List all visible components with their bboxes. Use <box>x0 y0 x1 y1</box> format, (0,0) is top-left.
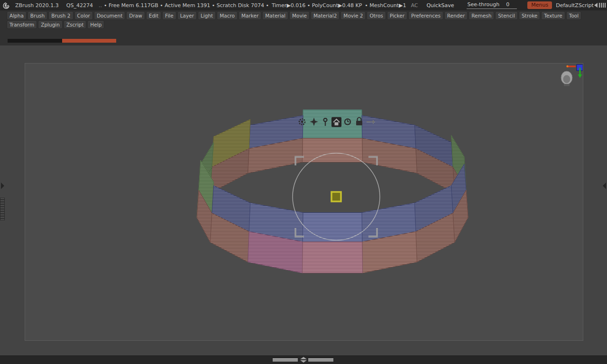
menu-file[interactable]: File <box>162 11 176 20</box>
menu-otros[interactable]: Otros <box>367 11 386 20</box>
menu-picker[interactable]: Picker <box>387 11 407 20</box>
memory-load-bar <box>8 39 116 43</box>
menu-stroke[interactable]: Stroke <box>519 11 540 20</box>
memory-stats: • Free Mem 6.117GB • Active Mem 1391 • S… <box>104 2 269 9</box>
bottom-scrollbar <box>0 355 607 364</box>
menu-preferences[interactable]: Preferences <box>408 11 443 20</box>
menus-button[interactable]: Menus <box>527 1 552 9</box>
menu-movie-2[interactable]: Movie 2 <box>340 11 366 20</box>
nav-face-icon <box>563 75 570 83</box>
menu-material2[interactable]: Material2 <box>311 11 340 20</box>
nav-axis-x-icon[interactable] <box>568 66 576 67</box>
menu-layer[interactable]: Layer <box>177 11 197 20</box>
menu-render[interactable]: Render <box>444 11 468 20</box>
menu-movie[interactable]: Movie <box>289 11 310 20</box>
menu-zplugin[interactable]: Zplugin <box>38 20 63 29</box>
menu-tool[interactable]: Tool <box>566 11 581 20</box>
canvas-area[interactable] <box>0 46 607 356</box>
ellipsis: .. <box>99 2 102 9</box>
menu-remesh[interactable]: Remesh <box>469 11 494 20</box>
viewport-3d[interactable] <box>25 64 583 340</box>
zbrush-window: ZBrush 2020.1.3 QS_42274 .. • Free Mem 6… <box>0 0 607 364</box>
menu-row-2: Transform Zplugin Zscript Help <box>7 20 105 29</box>
see-through-value: 0 <box>506 1 509 8</box>
menu-brush[interactable]: Brush <box>28 11 47 20</box>
app-version: ZBrush 2020.1.3 <box>15 2 59 9</box>
menu-material[interactable]: Material <box>262 11 288 20</box>
left-tray-arrow-icon[interactable] <box>1 182 4 189</box>
hscroll-left-bar[interactable] <box>273 358 298 362</box>
menu-edit[interactable]: Edit <box>146 11 161 20</box>
see-through-label: See-through <box>468 1 500 8</box>
right-tray-arrow-icon[interactable] <box>603 182 606 189</box>
menu-stencil[interactable]: Stencil <box>495 11 518 20</box>
home-icon[interactable] <box>331 117 341 127</box>
menu-marker[interactable]: Marker <box>239 11 261 20</box>
hscroll-right-bar[interactable] <box>308 358 333 362</box>
default-zscript-button[interactable]: DefaultZScript <box>556 2 594 9</box>
menu-light[interactable]: Light <box>198 11 216 20</box>
titlebar-icons <box>594 2 607 9</box>
menu-help[interactable]: Help <box>87 20 104 29</box>
menu-row-1: Alpha Brush Brush 2 Color Document Draw … <box>7 11 582 20</box>
titlebar: ZBrush 2020.1.3 QS_42274 .. • Free Mem 6… <box>0 0 607 10</box>
gizmo-center-square[interactable] <box>331 192 341 201</box>
menu-document[interactable]: Document <box>94 11 125 20</box>
menu-color[interactable]: Color <box>74 11 93 20</box>
memory-load-bar-fill <box>62 39 116 43</box>
see-through-slider[interactable]: See-through 0 <box>467 1 517 9</box>
menu-zscript[interactable]: Zscript <box>64 20 86 29</box>
nav-neck-icon <box>564 84 570 86</box>
scroll-up-arrow-icon[interactable] <box>300 357 307 359</box>
ac-label: AC <box>411 2 418 9</box>
perf-stats: Timer▶0.016 • PolyCount▶0.48 KP <box>272 2 362 9</box>
menu-macro[interactable]: Macro <box>217 11 238 20</box>
project-name: QS_42274 <box>66 2 93 9</box>
header: ZBrush 2020.1.3 QS_42274 .. • Free Mem 6… <box>0 0 607 46</box>
menu-texture[interactable]: Texture <box>541 11 565 20</box>
menu-brush-2[interactable]: Brush 2 <box>48 11 73 20</box>
nav-axis-y-arrow-icon <box>578 74 582 78</box>
decrease-draw-size-icon[interactable] <box>594 2 606 8</box>
left-tray-drag-handle[interactable] <box>0 198 5 220</box>
document-viewport[interactable] <box>25 63 583 341</box>
scroll-down-arrow-icon[interactable] <box>300 360 307 363</box>
menu-alpha[interactable]: Alpha <box>7 11 27 20</box>
mesh-stats: • MeshCount▶1 <box>365 2 406 9</box>
menu-transform[interactable]: Transform <box>7 20 37 29</box>
quicksave-button[interactable]: QuickSave <box>426 2 454 9</box>
camera-nav-widget[interactable] <box>561 64 583 86</box>
zbrush-logo-icon <box>2 1 10 9</box>
menu-draw[interactable]: Draw <box>126 11 145 20</box>
nav-axis-origin-icon <box>566 65 568 67</box>
